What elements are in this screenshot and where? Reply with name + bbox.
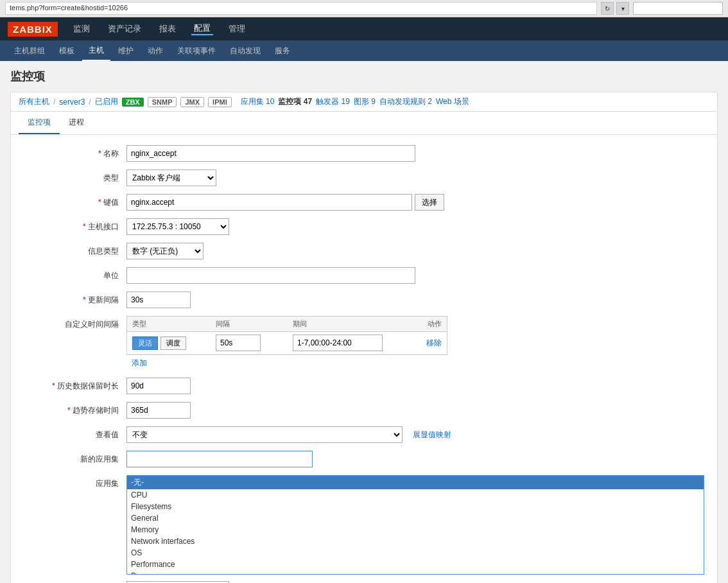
tabs-bar: 监控项 进程 — [10, 112, 718, 134]
select-type[interactable]: Zabbix 客户端 — [126, 170, 216, 186]
label-name: 名称 — [24, 145, 126, 159]
subnav-autodiscovery[interactable]: 自动发现 — [223, 40, 267, 61]
btn-select-key[interactable]: 选择 — [415, 194, 444, 211]
interval-table: 类型 间隔 期间 动作 灵活 调度 — [126, 316, 447, 355]
sub-nav: 主机群组 模板 主机 维护 动作 关联项事件 自动发现 服务 — [0, 40, 728, 61]
btn-add-interval[interactable]: 添加 — [126, 355, 152, 371]
quicklink-autodiscovery[interactable]: 自动发现规则 2 — [379, 96, 432, 107]
quicklink-items[interactable]: 监控项 47 — [278, 96, 312, 107]
breadcrumb-sep-2: / — [89, 98, 91, 107]
form-row-infotype: 信息类型 数字 (无正负) — [24, 243, 704, 261]
subnav-services[interactable]: 服务 — [268, 40, 297, 61]
nav-down-btn[interactable]: ▾ — [616, 2, 629, 15]
form-row-name: 名称 — [24, 145, 704, 163]
form-row-interface: 主机接口 172.25.75.3 : 10050 — [24, 218, 704, 236]
col-header-period: 期间 — [293, 319, 395, 329]
page-title: 监控项 — [10, 69, 718, 84]
subnav-templates[interactable]: 模板 — [53, 40, 81, 61]
form-row-history: 历史数据保留时长 — [24, 378, 704, 396]
select-lookup[interactable]: 不变 — [126, 426, 403, 443]
breadcrumb-area: 所有主机 / server3 / 已启用 ZBX SNMP JMX IPMI 应… — [10, 92, 718, 112]
quicklink-triggers[interactable]: 触发器 19 — [316, 96, 350, 107]
quicklink-graphs[interactable]: 图形 9 — [354, 96, 376, 107]
label-lookup: 查看值 — [24, 426, 126, 440]
app-listbox[interactable]: -无- CPU Filesystems General Memory Netwo… — [126, 475, 704, 575]
label-key: 键值 — [24, 194, 126, 208]
col-header-interval: 间隔 — [216, 319, 293, 329]
btn-value-mapping[interactable]: 展显值映射 — [413, 430, 451, 440]
form-row-interval: 更新间隔 — [24, 292, 704, 309]
url-bar[interactable]: tems.php?form=create&hostid=10266 — [5, 2, 597, 15]
col-header-type: 类型 — [132, 319, 216, 329]
subnav-actions[interactable]: 动作 — [141, 40, 169, 61]
select-interface[interactable]: 172.25.75.3 : 10050 — [126, 218, 229, 235]
badge-snmp[interactable]: SNMP — [148, 97, 177, 107]
quicklink-webscenarios[interactable]: Web 场景 — [436, 96, 469, 107]
input-trend[interactable] — [126, 402, 191, 419]
browser-bar: tems.php?form=create&hostid=10266 ↻ ▾ — [0, 0, 728, 17]
app-option-general[interactable]: General — [127, 512, 704, 524]
nav-reports[interactable]: 报表 — [157, 23, 178, 35]
app-option-network[interactable]: Network interfaces — [127, 535, 704, 547]
subnav-correlations[interactable]: 关联项事件 — [171, 40, 222, 61]
input-history[interactable] — [126, 378, 191, 394]
form-row-app: 应用集 -无- CPU Filesystems General Memory N… — [24, 475, 704, 575]
subnav-hosts[interactable]: 主机 — [82, 40, 110, 61]
zabbix-logo: ZABBIX — [8, 22, 58, 37]
btn-type-schedule[interactable]: 调度 — [160, 336, 186, 350]
app-option-memory[interactable]: Memory — [127, 524, 704, 535]
subnav-hostgroups[interactable]: 主机群组 — [8, 40, 51, 61]
app-option-os[interactable]: OS — [127, 547, 704, 559]
refresh-btn[interactable]: ↻ — [601, 2, 614, 15]
nav-config[interactable]: 配置 — [191, 22, 213, 35]
input-name[interactable] — [126, 145, 415, 162]
form-row-key: 键值 选择 — [24, 194, 704, 212]
main-header: ZABBIX 监测 资产记录 报表 配置 管理 — [0, 17, 728, 40]
input-key[interactable] — [126, 194, 412, 211]
nav-monitoring[interactable]: 监测 — [71, 23, 92, 35]
input-unit[interactable] — [126, 267, 415, 284]
form-area: 名称 类型 Zabbix 客户端 键值 选择 主机接口 172.25.75.3 … — [10, 134, 718, 583]
nav-assets[interactable]: 资产记录 — [105, 23, 144, 35]
select-infotype[interactable]: 数字 (无正负) — [126, 243, 204, 259]
browser-search-input[interactable] — [633, 2, 723, 15]
app-option-cpu[interactable]: CPU — [127, 489, 704, 501]
label-new-app: 新的应用集 — [24, 451, 126, 465]
subnav-maintenance[interactable]: 维护 — [112, 40, 140, 61]
form-row-custom-interval: 自定义时间间隔 类型 间隔 期间 动作 灵活 调度 — [24, 316, 704, 371]
label-interval: 更新间隔 — [24, 292, 126, 306]
page-content: 监控项 所有主机 / server3 / 已启用 ZBX SNMP JMX IP… — [0, 61, 728, 583]
input-interval-val[interactable] — [216, 335, 261, 351]
form-row-new-app: 新的应用集 — [24, 451, 704, 469]
label-history: 历史数据保留时长 — [24, 378, 126, 392]
label-interface: 主机接口 — [24, 218, 126, 232]
nav-admin[interactable]: 管理 — [226, 23, 248, 35]
form-row-unit: 单位 — [24, 267, 704, 285]
btn-remove-interval[interactable]: 移除 — [426, 338, 442, 347]
label-unit: 单位 — [24, 267, 126, 281]
form-row-lookup: 查看值 不变 展显值映射 — [24, 426, 704, 444]
input-interval[interactable] — [126, 292, 191, 308]
tab-process[interactable]: 进程 — [60, 112, 93, 134]
badge-zbx[interactable]: ZBX — [122, 98, 144, 107]
breadcrumb-all-hosts[interactable]: 所有主机 — [19, 96, 49, 107]
app-option-filesystems[interactable]: Filesystems — [127, 501, 704, 512]
input-period-val[interactable] — [293, 335, 383, 351]
col-header-action: 动作 — [395, 319, 442, 329]
label-trend: 趋势存储时间 — [24, 402, 126, 416]
quicklink-appset[interactable]: 应用集 10 — [241, 97, 275, 106]
btn-type-flex[interactable]: 灵活 — [132, 336, 158, 350]
badge-ipmi[interactable]: IPMI — [208, 97, 232, 107]
label-infotype: 信息类型 — [24, 243, 126, 257]
app-option-none[interactable]: -无- — [127, 476, 704, 489]
badge-jmx[interactable]: JMX — [180, 97, 204, 107]
label-custom-interval: 自定义时间间隔 — [24, 316, 126, 330]
breadcrumb-enabled[interactable]: 已启用 — [95, 96, 118, 107]
app-option-processes[interactable]: Processes — [127, 570, 704, 575]
breadcrumb-server3[interactable]: server3 — [59, 98, 85, 107]
app-option-performance[interactable]: Performance — [127, 559, 704, 570]
input-new-app[interactable] — [126, 451, 313, 467]
label-app: 应用集 — [24, 475, 126, 489]
tab-items[interactable]: 监控项 — [19, 112, 60, 134]
form-row-trend: 趋势存储时间 — [24, 402, 704, 420]
